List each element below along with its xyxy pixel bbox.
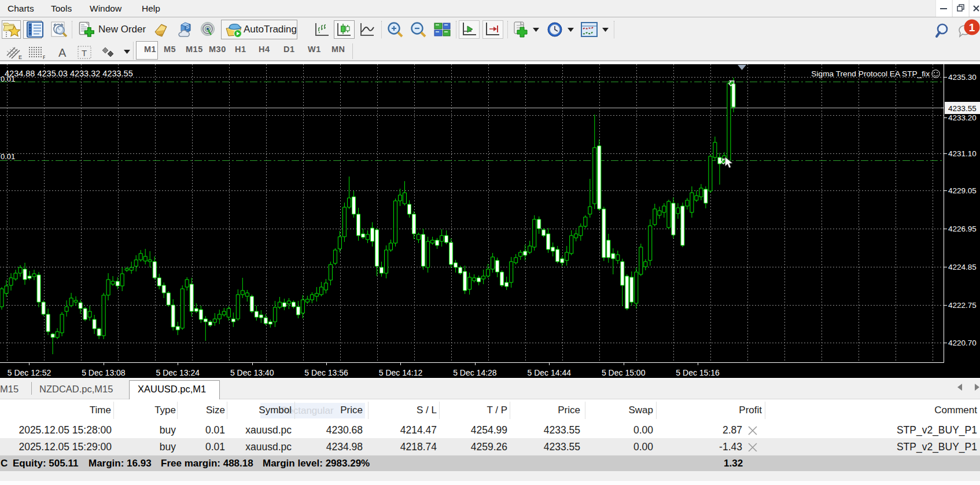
svg-text:5 Dec 13:56: 5 Dec 13:56	[304, 368, 348, 377]
svg-text:4226.95: 4226.95	[948, 225, 977, 233]
svg-text:4233.20: 4233.20	[948, 113, 977, 122]
svg-text:E: E	[19, 54, 22, 60]
svg-text:5 Dec 13:24: 5 Dec 13:24	[156, 368, 200, 377]
svg-text:F: F	[43, 54, 45, 60]
svg-text:5 Dec 12:52: 5 Dec 12:52	[8, 368, 51, 377]
svg-text:5 Dec 14:44: 5 Dec 14:44	[528, 368, 572, 377]
svg-text:5 Dec 13:08: 5 Dec 13:08	[82, 368, 126, 377]
svg-text:0.01: 0.01	[1, 152, 15, 161]
svg-text:0.01: 0.01	[1, 75, 15, 83]
svg-text:4229.05: 4229.05	[948, 186, 977, 195]
svg-text:5 Dec 15:00: 5 Dec 15:00	[602, 368, 646, 377]
svg-text:4231.10: 4231.10	[948, 149, 977, 158]
svg-text:1: 1	[969, 21, 975, 34]
svg-text:5 Dec 13:40: 5 Dec 13:40	[230, 368, 274, 377]
svg-text:5 Dec 15:16: 5 Dec 15:16	[676, 368, 720, 377]
svg-text:T: T	[82, 48, 87, 58]
svg-text:4220.70: 4220.70	[948, 339, 977, 347]
svg-text:A: A	[58, 46, 67, 59]
svg-text:4234.88 4235.03 4233.32 4233.5: 4234.88 4235.03 4233.32 4233.55	[5, 69, 133, 78]
svg-text:4233.55: 4233.55	[948, 104, 977, 113]
svg-text:5 Dec 14:28: 5 Dec 14:28	[453, 368, 497, 377]
svg-text:4224.85: 4224.85	[948, 263, 977, 271]
svg-text:4222.75: 4222.75	[948, 301, 977, 310]
svg-text:Sigma Trend Protocol EA STP_fi: Sigma Trend Protocol EA STP_fix	[811, 69, 930, 78]
svg-text:5 Dec 14:12: 5 Dec 14:12	[379, 368, 423, 377]
svg-text:4235.30: 4235.30	[948, 73, 977, 82]
